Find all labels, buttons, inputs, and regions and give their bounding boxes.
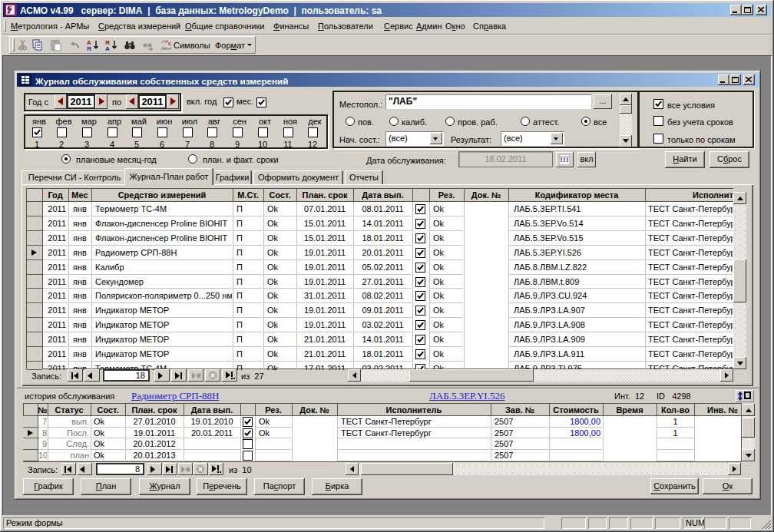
svg-text:А: А: [105, 45, 110, 51]
svg-text:Я: Я: [87, 45, 91, 51]
svg-text:А: А: [161, 46, 164, 51]
svg-text:Б: Б: [168, 41, 171, 46]
